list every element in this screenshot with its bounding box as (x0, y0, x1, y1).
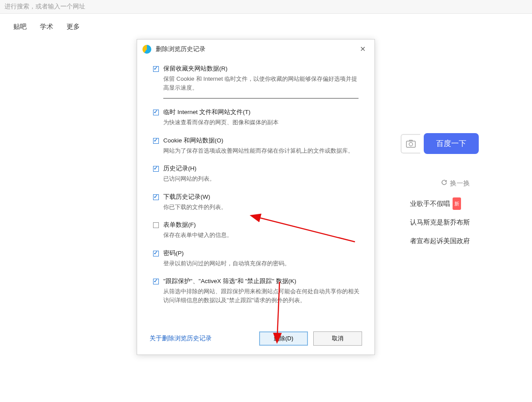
option-group: 历史记录(H)已访问网站的列表。 (153, 165, 362, 183)
checkbox[interactable] (153, 66, 159, 72)
option-label: 下载历史记录(W) (163, 193, 210, 201)
option-group: "跟踪保护"、"ActiveX 筛选"和 "禁止跟踪" 数据(K)从筛选中排除的… (153, 277, 362, 304)
option-label: 保留收藏夹网站数据(R) (163, 65, 228, 73)
checkbox[interactable] (153, 138, 159, 144)
refresh-row[interactable]: 换一换 (410, 175, 470, 191)
checkbox[interactable] (153, 166, 159, 172)
option-group: 临时 Internet 文件和网站文件(T)为快速查看而保存的网页、图像和媒体的… (153, 108, 362, 127)
option-description: 你已下载的文件的列表。 (163, 203, 362, 212)
hot-item[interactable]: 者宣布起诉美国政府 (410, 233, 470, 249)
new-badge: 新 (453, 197, 461, 210)
refresh-label: 换一换 (450, 175, 470, 191)
option-group: 保留收藏夹网站数据(R)保留 Cookie 和 Internet 临时文件，以使… (153, 65, 362, 99)
option-label: "跟踪保护"、"ActiveX 筛选"和 "禁止跟踪" 数据(K) (163, 277, 296, 285)
nav-tieba[interactable]: 贴吧 (13, 23, 27, 31)
hot-item-text: 认马斯克是新乔布斯 (410, 214, 470, 230)
option-row[interactable]: 密码(P) (153, 249, 362, 257)
hot-item-text: 者宣布起诉美国政府 (410, 233, 470, 249)
checkbox[interactable] (153, 110, 159, 115)
option-label: 表单数据(F) (163, 221, 196, 229)
delete-button[interactable]: 删除(D) (259, 331, 308, 346)
option-row[interactable]: 历史记录(H) (153, 165, 362, 173)
dialog-body: 保留收藏夹网站数据(R)保留 Cookie 和 Internet 临时文件，以使… (137, 59, 374, 304)
option-label: 密码(P) (163, 249, 184, 257)
checkbox[interactable] (153, 222, 159, 228)
nav-links: 贴吧 学术 更多 (0, 14, 532, 40)
dialog-header: 删除浏览历史记录 ✕ (137, 39, 374, 59)
checkbox[interactable] (153, 251, 159, 256)
option-description: 已访问网站的列表。 (163, 174, 362, 183)
svg-rect-0 (406, 141, 415, 147)
option-description: 为快速查看而保存的网页、图像和媒体的副本 (163, 118, 362, 127)
checkbox[interactable] (153, 279, 159, 284)
dialog-title: 删除浏览历史记录 (156, 45, 352, 53)
hot-item-text: 业歌手不假唱 (410, 196, 450, 212)
option-group: Cookie 和网站数据(O)网站为了保存首选项或改善网站性能而存储在你计算机上… (153, 137, 362, 155)
hot-item[interactable]: 业歌手不假唱新 (410, 196, 470, 212)
option-description: 登录以前访问过的网站时，自动填充保存的密码。 (163, 259, 362, 268)
option-group: 密码(P)登录以前访问过的网站时，自动填充保存的密码。 (153, 249, 362, 268)
search-area: 百度一下 (401, 133, 479, 154)
cancel-button[interactable]: 取消 (313, 331, 362, 346)
option-label: 历史记录(H) (163, 165, 197, 173)
option-row[interactable]: 表单数据(F) (153, 221, 362, 229)
ie-icon (142, 45, 151, 54)
option-row[interactable]: 临时 Internet 文件和网站文件(T) (153, 108, 362, 116)
address-bar[interactable]: 进行搜索，或者输入一个网址 (0, 0, 532, 14)
delete-history-dialog: 删除浏览历史记录 ✕ 保留收藏夹网站数据(R)保留 Cookie 和 Inter… (137, 39, 375, 355)
option-description: 从筛选中排除的网站、跟踪保护用来检测站点可能会在何处自动共享你的相关访问详细信息… (163, 287, 362, 304)
option-row[interactable]: "跟踪保护"、"ActiveX 筛选"和 "禁止跟踪" 数据(K) (153, 277, 362, 285)
option-label: Cookie 和网站数据(O) (163, 137, 223, 145)
about-delete-history-link[interactable]: 关于删除浏览历史记录 (150, 335, 212, 343)
address-placeholder: 进行搜索，或者输入一个网址 (4, 3, 85, 10)
option-description: 保存在表单中键入的信息。 (163, 231, 362, 240)
checkbox[interactable] (153, 194, 159, 200)
nav-more[interactable]: 更多 (67, 23, 80, 31)
option-group: 下载历史记录(W)你已下载的文件的列表。 (153, 193, 362, 212)
svg-point-1 (409, 142, 413, 146)
option-label: 临时 Internet 文件和网站文件(T) (163, 108, 251, 116)
option-row[interactable]: 保留收藏夹网站数据(R) (153, 65, 362, 73)
dialog-footer: 关于删除浏览历史记录 删除(D) 取消 (137, 331, 374, 346)
hot-topics: 换一换 业歌手不假唱新认马斯克是新乔布斯者宣布起诉美国政府 (410, 175, 470, 252)
refresh-icon (441, 175, 447, 191)
camera-icon[interactable] (401, 134, 420, 154)
option-description: 网站为了保存首选项或改善网站性能而存储在你计算机上的文件或数据库。 (163, 146, 362, 155)
close-icon[interactable]: ✕ (356, 43, 369, 55)
nav-xueshu[interactable]: 学术 (40, 23, 53, 31)
search-button[interactable]: 百度一下 (424, 133, 479, 154)
option-row[interactable]: 下载历史记录(W) (153, 193, 362, 201)
option-row[interactable]: Cookie 和网站数据(O) (153, 137, 362, 145)
divider (163, 98, 359, 99)
option-group: 表单数据(F)保存在表单中键入的信息。 (153, 221, 362, 240)
option-description: 保留 Cookie 和 Internet 临时文件，以使你收藏的网站能够保存偏好… (163, 75, 362, 92)
hot-item[interactable]: 认马斯克是新乔布斯 (410, 214, 470, 230)
